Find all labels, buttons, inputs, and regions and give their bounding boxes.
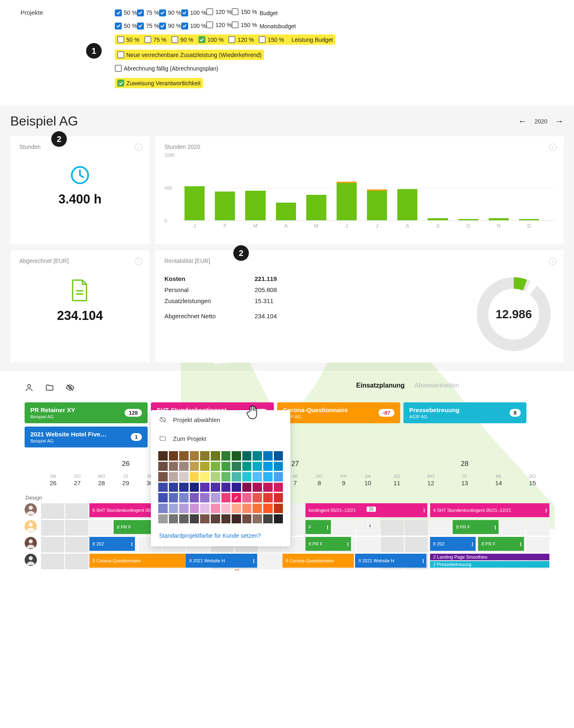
color-swatch[interactable]	[211, 462, 220, 471]
color-swatch[interactable]	[263, 472, 273, 482]
tab-einsatzplanung[interactable]: Einsatzplanung	[356, 382, 405, 389]
color-swatch[interactable]	[190, 514, 199, 524]
checkbox-100[interactable]: 100 %	[198, 36, 224, 43]
info-icon[interactable]: i	[549, 144, 556, 151]
gantt-block[interactable]: 4 SHT Stundenkontingent 05/21–12/21||	[430, 503, 549, 517]
color-swatch[interactable]	[211, 483, 220, 492]
color-swatch[interactable]	[253, 514, 262, 524]
color-swatch[interactable]	[190, 493, 199, 502]
color-swatch[interactable]	[232, 483, 241, 492]
user-icon[interactable]	[25, 383, 34, 392]
color-swatch[interactable]	[158, 493, 168, 502]
color-swatch[interactable]	[179, 493, 189, 502]
avatar[interactable]	[25, 503, 37, 516]
color-swatch[interactable]	[169, 483, 178, 492]
color-swatch[interactable]	[179, 462, 189, 471]
gantt-block[interactable]: 8 PR F||	[305, 537, 351, 551]
checkbox-90[interactable]: 90 %	[159, 9, 181, 16]
color-swatch[interactable]	[200, 514, 210, 524]
checkbox-90[interactable]: 90 %	[159, 23, 181, 30]
color-swatch[interactable]	[179, 514, 189, 524]
checkbox-50[interactable]: 50 %	[115, 23, 137, 30]
avatar[interactable]	[25, 537, 37, 549]
color-swatch[interactable]	[274, 451, 283, 461]
ctx-goto[interactable]: Zum Projekt	[151, 429, 290, 448]
gantt-block[interactable]: 2 Landing Page Smoothies	[430, 554, 549, 560]
color-swatch[interactable]	[221, 462, 231, 471]
checkbox-option[interactable]: Neue verrechenbare Zusatzleistung (Wiede…	[117, 51, 262, 58]
color-swatch[interactable]	[169, 472, 178, 482]
folder-icon[interactable]	[45, 383, 54, 392]
color-swatch[interactable]	[211, 504, 220, 513]
color-swatch[interactable]	[274, 472, 283, 482]
color-swatch[interactable]	[253, 493, 262, 502]
color-swatch[interactable]	[169, 514, 178, 524]
checkbox-120[interactable]: 120 %	[206, 8, 232, 15]
color-swatch[interactable]	[242, 514, 252, 524]
color-swatch[interactable]	[179, 472, 189, 482]
color-swatch[interactable]	[179, 451, 189, 461]
color-swatch[interactable]	[232, 504, 241, 513]
gantt-block[interactable]: 8 PR F||	[453, 520, 499, 534]
color-swatch[interactable]	[158, 472, 168, 482]
color-swatch[interactable]	[158, 504, 168, 513]
year-next[interactable]: →	[555, 116, 564, 127]
gantt-block[interactable]: 8 PR F||	[478, 537, 524, 551]
color-swatch[interactable]	[274, 514, 283, 524]
color-swatch[interactable]	[158, 514, 168, 524]
color-swatch[interactable]	[232, 514, 241, 524]
color-swatch[interactable]	[274, 504, 283, 513]
project-card[interactable]: 2021 Website Hotel Five…Beispiel AG1	[25, 427, 148, 447]
color-swatch[interactable]	[158, 483, 168, 492]
year-prev[interactable]: ←	[518, 116, 527, 127]
gantt-block[interactable]: 8 2021 Website H||	[355, 554, 426, 568]
color-swatch[interactable]	[232, 472, 241, 482]
avatar[interactable]	[25, 554, 37, 566]
checkbox-100[interactable]: 100 %	[181, 23, 207, 30]
color-swatch[interactable]	[242, 451, 252, 461]
checkbox-50[interactable]: 50 %	[117, 36, 139, 43]
color-swatch[interactable]	[200, 493, 210, 502]
color-swatch[interactable]	[221, 472, 231, 482]
avatar[interactable]	[25, 520, 37, 532]
info-icon[interactable]: i	[135, 258, 142, 265]
color-swatch[interactable]	[200, 462, 210, 471]
color-swatch[interactable]	[190, 483, 199, 492]
checkbox-120[interactable]: 120 %	[228, 36, 254, 43]
color-swatch[interactable]	[179, 504, 189, 513]
color-swatch[interactable]	[263, 451, 273, 461]
color-swatch[interactable]	[263, 493, 273, 502]
checkbox-90[interactable]: 90 %	[171, 36, 194, 43]
color-swatch[interactable]	[158, 451, 168, 461]
color-swatch[interactable]	[232, 451, 241, 461]
ctx-default-color-link[interactable]: Standardprojektfarbe für Kunde setzen?	[151, 527, 290, 546]
color-swatch[interactable]	[232, 493, 241, 502]
color-swatch[interactable]	[242, 462, 252, 471]
checkbox-option[interactable]: Zuweisung Verantwortlichkeit	[117, 80, 200, 87]
color-swatch[interactable]	[274, 493, 283, 502]
color-swatch[interactable]	[232, 462, 241, 471]
color-swatch[interactable]	[211, 493, 220, 502]
color-swatch[interactable]	[190, 451, 199, 461]
color-swatch[interactable]	[242, 493, 252, 502]
color-swatch[interactable]	[253, 504, 262, 513]
color-swatch[interactable]	[211, 514, 220, 524]
color-swatch[interactable]	[242, 483, 252, 492]
color-swatch[interactable]	[179, 483, 189, 492]
project-card[interactable]: PR Retainer XYBeispiel AG128	[25, 402, 148, 423]
checkbox-50[interactable]: 50 %	[115, 9, 137, 16]
color-swatch[interactable]	[221, 514, 231, 524]
color-swatch[interactable]	[169, 493, 178, 502]
color-swatch[interactable]	[221, 483, 231, 492]
color-swatch[interactable]	[221, 451, 231, 461]
gantt-block[interactable]: 8 202||	[89, 537, 135, 551]
checkbox-75[interactable]: 75 %	[144, 36, 166, 43]
checkbox-75[interactable]: 75 %	[137, 23, 159, 30]
checkbox-120[interactable]: 120 %	[206, 21, 232, 28]
gantt-block[interactable]: 8 202||	[430, 537, 476, 551]
color-swatch[interactable]	[169, 462, 178, 471]
color-swatch[interactable]	[253, 451, 262, 461]
checkbox-150[interactable]: 150 %	[232, 21, 257, 28]
color-swatch[interactable]	[274, 462, 283, 471]
color-swatch[interactable]	[169, 504, 178, 513]
